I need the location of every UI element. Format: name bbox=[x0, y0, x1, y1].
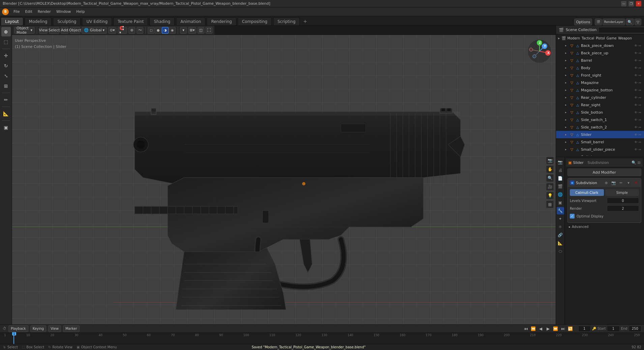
menu-window[interactable]: Window bbox=[54, 7, 74, 16]
props-panel-toggle[interactable]: ⊟ bbox=[638, 161, 641, 165]
marker-menu[interactable]: Marker bbox=[63, 325, 80, 332]
rotate-tool[interactable]: ↻ bbox=[1, 61, 11, 70]
camera-icon[interactable]: 🎥 bbox=[546, 183, 554, 191]
simple-btn[interactable]: Simple bbox=[605, 189, 639, 196]
mod-close[interactable]: ✕ bbox=[633, 180, 639, 186]
jump-start-btn[interactable]: ⏮ bbox=[523, 326, 529, 332]
outliner-item-body[interactable]: ▸ ▽ △ Body 👁 ↔ bbox=[556, 64, 644, 71]
tab-scripting[interactable]: Scripting bbox=[273, 17, 300, 25]
restrict-view[interactable]: 👁 bbox=[634, 59, 638, 62]
restrict-view[interactable]: 👁 bbox=[634, 96, 638, 99]
restrict-select[interactable]: ↔ bbox=[639, 44, 641, 48]
viewport-shading-options[interactable]: ▾ bbox=[180, 27, 187, 34]
navigation-gizmo[interactable]: Y X Z bbox=[526, 38, 553, 65]
tab-compositing[interactable]: Compositing bbox=[238, 17, 272, 25]
outliner-item-small_barrel[interactable]: ▸ ▽ △ Small_barrel 👁 ↔ bbox=[556, 138, 644, 146]
3d-viewport[interactable]: User Perspective (1) Scene Collection | … bbox=[12, 35, 556, 330]
catmull-clark-btn[interactable]: Catmull-Clark bbox=[570, 189, 604, 196]
restrict-select[interactable]: ↔ bbox=[639, 74, 641, 77]
current-frame-input[interactable]: 1 bbox=[578, 326, 591, 332]
scale-tool[interactable]: ⤡ bbox=[1, 71, 11, 81]
gizmo-toggle[interactable]: ⛶ bbox=[206, 27, 212, 34]
optimal-display-checkbox[interactable]: ✓ bbox=[570, 214, 575, 218]
move-view-icon[interactable]: ✋ bbox=[546, 166, 554, 173]
add-tab-button[interactable]: + bbox=[300, 17, 310, 25]
tab-texture-paint[interactable]: Texture Paint bbox=[113, 17, 148, 25]
restrict-select[interactable]: ↔ bbox=[639, 66, 641, 70]
zoom-icon[interactable]: 🔍 bbox=[546, 174, 554, 182]
options-button[interactable]: Options bbox=[574, 19, 592, 25]
restrict-select[interactable]: ↔ bbox=[639, 140, 641, 144]
tab-modeling[interactable]: Modeling bbox=[25, 17, 52, 25]
transform-orientation[interactable]: 🌐 Global ▾ bbox=[82, 27, 107, 34]
restrict-select[interactable]: ↔ bbox=[639, 103, 641, 107]
add-menu[interactable]: Add bbox=[61, 27, 68, 34]
select-menu[interactable]: Select bbox=[49, 27, 59, 34]
outliner-item-small_slider_piece[interactable]: ▸ ▽ △ Small_slider_piece 👁 ↔ bbox=[556, 146, 644, 153]
restrict-select[interactable]: ↔ bbox=[639, 96, 641, 99]
keying-menu[interactable]: Keying bbox=[30, 325, 47, 332]
props-tab-modifier[interactable]: 🔧 bbox=[557, 207, 564, 214]
outliner-item-magazine_botton[interactable]: ▸ ▽ △ Magazine_botton 👁 ↔ bbox=[556, 86, 644, 94]
tab-rendering[interactable]: Rendering bbox=[207, 17, 236, 25]
mod-enable-realtime[interactable]: ⊕ bbox=[603, 180, 609, 186]
overlay-options[interactable]: ⊞▾ bbox=[188, 27, 196, 34]
outliner-item-front_sight[interactable]: ▸ ▽ △ Front_sight 👁 ↔ bbox=[556, 71, 644, 79]
restrict-view[interactable]: 👁 bbox=[634, 103, 638, 107]
menu-file[interactable]: File bbox=[11, 7, 22, 16]
outliner-item-side_switch_1[interactable]: ▸ ▽ △ Side_switch_1 👁 ↔ bbox=[556, 116, 644, 123]
restrict-view[interactable]: 👁 bbox=[634, 74, 638, 77]
restrict-select[interactable]: ↔ bbox=[639, 133, 641, 137]
props-tab-view-layer[interactable]: 📄 bbox=[557, 175, 564, 182]
outliner-item-back_piece_down[interactable]: ▸ ▽ △ Back_piece_down 👁 ↔ bbox=[556, 42, 644, 49]
outliner-item-side_switch_2[interactable]: ▸ ▽ △ Side_switch_2 👁 ↔ bbox=[556, 123, 644, 131]
restrict-view[interactable]: 👁 bbox=[634, 111, 638, 114]
props-tab-material[interactable]: ⬭ bbox=[557, 247, 564, 255]
props-tab-output[interactable]: 🖨 bbox=[557, 167, 564, 174]
snap-toggle[interactable]: 🧲▾ bbox=[118, 27, 127, 34]
props-tab-data[interactable]: 📐 bbox=[557, 239, 564, 247]
props-tab-render[interactable]: 📷 bbox=[557, 158, 564, 166]
outliner-item-slider[interactable]: ▸ ▽ △ Slider 👁 ↔ bbox=[556, 131, 644, 138]
props-tab-world[interactable]: 🌐 bbox=[557, 191, 564, 198]
restrict-view[interactable]: 👁 bbox=[634, 44, 638, 48]
props-tab-constraints[interactable]: 🔗 bbox=[557, 231, 564, 239]
light-icon[interactable]: 💡 bbox=[546, 192, 554, 199]
restrict-select[interactable]: ↔ bbox=[639, 111, 641, 114]
timeline-view-menu[interactable]: View bbox=[48, 325, 61, 332]
prev-frame-btn[interactable]: ⏪ bbox=[530, 326, 536, 332]
mode-selector[interactable]: Object Mode ▾ bbox=[14, 27, 35, 34]
scene-selector[interactable]: 🎬 bbox=[595, 19, 602, 25]
render-preview-icon[interactable]: ▦ bbox=[546, 201, 554, 208]
restrict-view[interactable]: 👁 bbox=[634, 118, 638, 122]
add-modifier-button[interactable]: Add Modifier bbox=[567, 169, 641, 176]
search-btn[interactable]: 🔍 bbox=[626, 19, 634, 25]
transform-pivot[interactable]: ⊙▾ bbox=[108, 27, 116, 34]
outliner-search[interactable] bbox=[598, 27, 644, 33]
mod-enable-render[interactable]: 📷 bbox=[611, 180, 617, 186]
restrict-select[interactable]: ↔ bbox=[639, 59, 641, 62]
maximize-button[interactable]: ❒ bbox=[628, 1, 634, 6]
tab-shading[interactable]: Shading bbox=[149, 17, 175, 25]
rendered-mode[interactable]: ◉ bbox=[169, 27, 176, 34]
jump-end-btn[interactable]: ⏭ bbox=[560, 326, 566, 332]
close-button[interactable]: ✕ bbox=[636, 1, 641, 6]
restrict-select[interactable]: ↔ bbox=[639, 88, 641, 92]
restrict-view[interactable]: 👁 bbox=[634, 125, 638, 129]
restrict-select[interactable]: ↔ bbox=[639, 51, 641, 55]
restrict-select[interactable]: ↔ bbox=[639, 155, 641, 156]
proportional-falloff[interactable]: 〜 bbox=[137, 27, 143, 34]
restrict-select[interactable]: ↔ bbox=[639, 125, 641, 129]
restrict-view[interactable]: 👁 bbox=[634, 66, 638, 70]
wireframe-mode[interactable]: ◻ bbox=[148, 27, 154, 34]
measure-tool[interactable]: 📐 bbox=[1, 109, 11, 118]
end-frame-input[interactable]: 250 bbox=[629, 326, 641, 332]
tab-uv-editing[interactable]: UV Editing bbox=[82, 17, 112, 25]
tab-layout[interactable]: Layout bbox=[1, 17, 23, 25]
start-frame-input[interactable]: 1 bbox=[607, 326, 619, 332]
advanced-section-header[interactable]: ▸ Advanced bbox=[567, 224, 641, 229]
select-box-tool[interactable]: ⬚ bbox=[1, 37, 11, 47]
restrict-view[interactable]: 👁 bbox=[634, 51, 638, 55]
render-value[interactable]: 2 bbox=[607, 205, 639, 211]
scene-collection-row[interactable]: ▸ 🎬 Modern_Tactical_Pistol_Game_Weapon bbox=[556, 34, 644, 42]
